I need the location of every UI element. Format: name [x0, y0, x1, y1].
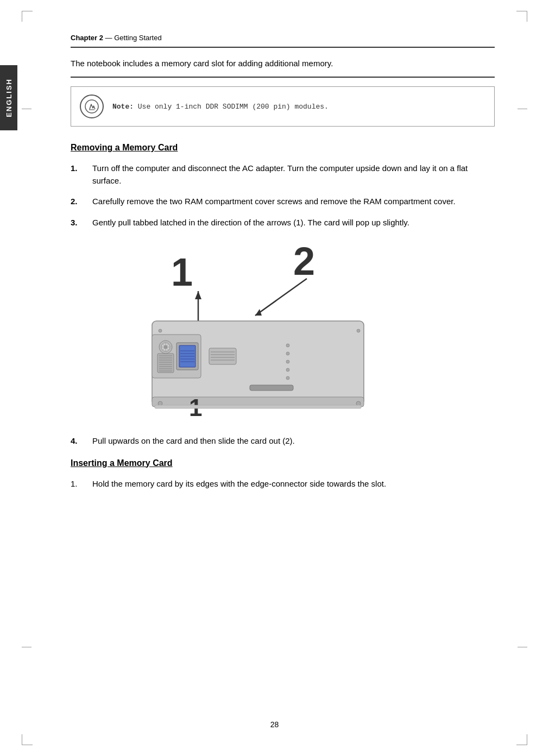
note-text: Note: Use only 1-inch DDR SODIMM (200 pi…	[112, 103, 329, 111]
list-item: 1. Hold the memory card by its edges wit…	[71, 478, 495, 490]
english-tab-label: ENGLISH	[5, 78, 13, 117]
step-number: 2.	[71, 196, 92, 208]
section1-title: Removing a Memory Card	[71, 143, 495, 153]
side-mark-right-bottom	[518, 647, 527, 647]
step-text: Carefully remove the two RAM compartment…	[92, 196, 495, 208]
svg-point-44	[286, 368, 289, 371]
side-mark-left-bottom	[22, 647, 31, 647]
svg-line-4	[255, 279, 307, 316]
svg-point-51	[357, 329, 360, 332]
section1-steps: 1. Turn off the computer and disconnect …	[71, 162, 495, 229]
corner-mark-bl	[22, 734, 33, 745]
list-item: 1. Turn off the computer and disconnect …	[71, 162, 495, 187]
side-mark-right-top	[518, 109, 527, 109]
step4-number: 4.	[71, 435, 92, 448]
svg-rect-52	[155, 405, 361, 408]
section2-title: Inserting a Memory Card	[71, 458, 495, 468]
note-icon	[80, 94, 104, 118]
step4-text: Pull upwards on the card and then slide …	[92, 435, 295, 448]
chapter-rest: — Getting Started	[103, 34, 162, 42]
list-item: 3. Gently pull tabbed latched in the dir…	[71, 217, 495, 229]
svg-point-45	[286, 376, 289, 380]
diagram-container: 1 2	[92, 240, 375, 424]
chapter-header: Chapter 2 — Getting Started	[71, 33, 495, 48]
step-text: Gently pull tabbed latched in the direct…	[92, 217, 495, 229]
section2-steps: 1. Hold the memory card by its edges wit…	[71, 478, 495, 490]
page-number: 28	[0, 720, 549, 729]
svg-rect-46	[250, 385, 293, 390]
laptop-diagram: 1 2	[92, 240, 375, 424]
corner-mark-br	[516, 734, 527, 745]
svg-marker-7	[195, 291, 201, 299]
svg-point-43	[286, 360, 289, 363]
insert-step-text: Hold the memory card by its edges with t…	[92, 478, 386, 490]
step-number: 1.	[71, 162, 92, 187]
corner-mark-tl	[22, 11, 33, 22]
chapter-header-text: Chapter 2 — Getting Started	[71, 34, 162, 42]
section-inserting: Inserting a Memory Card 1. Hold the memo…	[71, 458, 495, 490]
corner-mark-tr	[516, 11, 527, 22]
svg-point-50	[159, 329, 162, 332]
svg-rect-36	[209, 348, 236, 364]
note-box: Note: Use only 1-inch DDR SODIMM (200 pi…	[71, 86, 495, 127]
svg-point-41	[286, 344, 289, 347]
insert-step-number: 1.	[71, 478, 92, 490]
svg-text:1: 1	[171, 250, 193, 294]
english-tab: ENGLISH	[0, 65, 17, 130]
section-removing: Removing a Memory Card 1. Turn off the c…	[71, 143, 495, 448]
page: ENGLISH Chapter 2 — Getting Started The …	[0, 0, 549, 756]
note-svg-icon	[85, 99, 99, 114]
step4-item: 4. Pull upwards on the card and then sli…	[71, 435, 495, 448]
step-number: 3.	[71, 217, 92, 229]
note-bold-label: Note:	[112, 103, 134, 111]
list-item: 2. Carefully remove the two RAM compartm…	[71, 196, 495, 208]
chapter-bold: Chapter 2	[71, 34, 103, 42]
svg-text:2: 2	[293, 240, 315, 283]
svg-rect-20	[157, 354, 174, 373]
step-text: Turn off the computer and disconnect the…	[92, 162, 495, 187]
svg-point-42	[286, 352, 289, 355]
note-body-text: Use only 1-inch DDR SODIMM (200 pin) mod…	[134, 103, 329, 111]
side-mark-left-top	[22, 109, 31, 109]
intro-text: The notebook includes a memory card slot…	[71, 59, 495, 78]
